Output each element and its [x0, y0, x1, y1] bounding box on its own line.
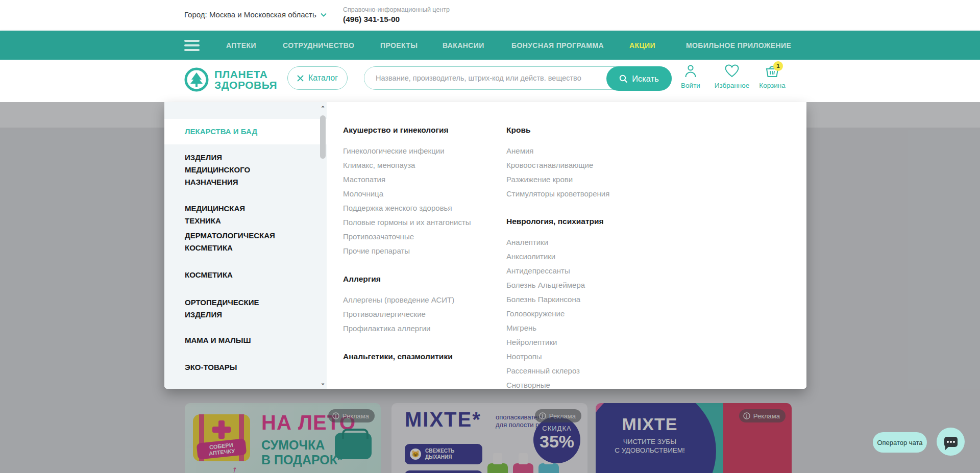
menu-item[interactable]: Поддержка женского здоровья: [343, 201, 496, 215]
menu-item[interactable]: Аналептики: [506, 235, 659, 250]
menu-section-krov: Кровь Анемия Кровоостанавливающие Разжиж…: [506, 126, 659, 201]
section-title[interactable]: Акушерство и гинекология: [343, 126, 496, 137]
menu-item[interactable]: Стимуляторы кроветворения: [506, 187, 659, 201]
favorites-action[interactable]: Избранное: [714, 64, 750, 89]
search-icon: [619, 74, 628, 83]
menu-item[interactable]: Ноотропы: [506, 350, 659, 364]
chat-bubble-icon: [944, 437, 958, 447]
page: Реклама СОБЕРИ АПТЕЧКУ ↑ НА ЛЕТО СУМОЧКА…: [0, 0, 980, 473]
city-label: Город: Москва и Московская область: [184, 10, 316, 19]
nav-item-sotrudnichestvo[interactable]: СОТРУДНИЧЕСТВО: [283, 41, 354, 49]
menu-item[interactable]: Разжижение крови: [506, 172, 659, 187]
site-header: ПЛАНЕТА ЗДОРОВЬЯ Каталог Искать Войти: [0, 60, 980, 102]
menu-item[interactable]: Половые гормоны и их антагонисты: [343, 215, 496, 230]
nav-item-proekty[interactable]: ПРОЕКТЫ: [380, 41, 418, 49]
cart-count-badge: 1: [773, 61, 783, 71]
chat-button[interactable]: [937, 428, 965, 456]
catalog-sidebar: ЛЕКАРСТВА И БАД ИЗДЕЛИЯ МЕДИЦИНСКОГО НАЗ…: [164, 102, 327, 389]
menu-item[interactable]: Болезнь Альцгеймера: [506, 278, 659, 292]
nav-item-bonus-programma[interactable]: БОНУСНАЯ ПРОГРАММА: [511, 41, 604, 49]
phone-number[interactable]: (496) 341-15-00: [343, 15, 400, 24]
cart-action[interactable]: 1 Корзина: [754, 64, 790, 89]
section-title[interactable]: Аллергия: [343, 275, 496, 286]
user-icon: [684, 64, 697, 78]
login-action[interactable]: Войти: [673, 64, 708, 89]
menu-item[interactable]: Гинекологические инфекции: [343, 144, 496, 158]
sidebar-item-mama-i-malysh[interactable]: МАМА И МАЛЫШ: [185, 334, 276, 346]
section-title[interactable]: Кровь: [506, 126, 659, 137]
sidebar-item-dermatologicheskaya-kosmetika[interactable]: ДЕРМАТОЛОГИЧЕСКАЯ КОСМЕТИКА: [185, 230, 276, 254]
menu-section-allergiya: Аллергия Аллергены (проведение АСИТ) Про…: [343, 275, 496, 336]
scroll-down-icon[interactable]: ⌄: [319, 379, 327, 387]
menu-item[interactable]: Антидепрессанты: [506, 264, 659, 278]
logo[interactable]: ПЛАНЕТА ЗДОРОВЬЯ: [184, 67, 277, 92]
section-title[interactable]: Неврология, психиатрия: [506, 217, 659, 228]
scroll-up-icon[interactable]: ⌃: [319, 104, 327, 112]
sidebar-item-ortopedicheskie-izdeliya[interactable]: ОРТОПЕДИЧЕСКИЕ ИЗДЕЛИЯ: [185, 296, 276, 321]
top-bar: Город: Москва и Московская область Справ…: [0, 0, 980, 31]
search-button[interactable]: Искать: [606, 66, 672, 91]
sidebar-scrollbar-thumb[interactable]: [320, 115, 326, 159]
sidebar-item-izdeliya-med-naznacheniya[interactable]: ИЗДЕЛИЯ МЕДИЦИНСКОГО НАЗНАЧЕНИЯ: [185, 152, 276, 188]
logo-tree-icon: [184, 67, 209, 92]
catalog-menu-panel: Акушерство и гинекология Гинекологически…: [327, 102, 806, 389]
catalog-dropdown-menu: ЛЕКАРСТВА И БАД ИЗДЕЛИЯ МЕДИЦИНСКОГО НАЗ…: [164, 102, 806, 389]
chevron-down-icon: [321, 13, 327, 17]
sidebar-item-kosmetika[interactable]: КОСМЕТИКА: [185, 269, 276, 281]
menu-item[interactable]: Снотворные: [506, 378, 659, 389]
menu-item[interactable]: Прочие препараты: [343, 244, 496, 258]
sidebar-item-medicinskaya-tehnika[interactable]: МЕДИЦИНСКАЯ ТЕХНИКА: [185, 203, 276, 227]
menu-item[interactable]: Профилактика аллергии: [343, 321, 496, 336]
menu-item[interactable]: Климакс, менопауза: [343, 158, 496, 172]
search-button-label: Искать: [632, 74, 659, 84]
sidebar-item-lekarstva-i-bad[interactable]: ЛЕКАРСТВА И БАД: [185, 126, 276, 138]
menu-item[interactable]: Мастопатия: [343, 172, 496, 187]
sidebar-scrollbar[interactable]: ⌃ ⌄: [319, 102, 327, 389]
menu-item[interactable]: Противозачаточные: [343, 230, 496, 244]
search-bar: Искать: [364, 66, 672, 90]
sidebar-item-eko-tovary[interactable]: ЭКО-ТОВАРЫ: [185, 361, 276, 374]
menu-item[interactable]: Анксиолитики: [506, 250, 659, 264]
main-nav: АПТЕКИ СОТРУДНИЧЕСТВО ПРОЕКТЫ ВАКАНСИИ Б…: [0, 31, 980, 60]
catalog-button-label: Каталог: [308, 73, 338, 83]
city-selector[interactable]: Город: Москва и Московская область: [184, 10, 327, 19]
login-label: Войти: [673, 82, 708, 89]
catalog-button[interactable]: Каталог: [287, 66, 348, 90]
menu-item[interactable]: Головокружение: [506, 307, 659, 321]
menu-item[interactable]: Рассеянный склероз: [506, 364, 659, 378]
favorites-label: Избранное: [714, 82, 750, 89]
nav-item-mobile-app[interactable]: МОБИЛЬНОЕ ПРИЛОЖЕНИЕ: [686, 41, 791, 49]
cart-label: Корзина: [754, 82, 790, 89]
nav-item-akcii[interactable]: АКЦИИ: [629, 41, 655, 49]
nav-item-apteki[interactable]: АПТЕКИ: [226, 41, 256, 49]
logo-text: ПЛАНЕТА ЗДОРОВЬЯ: [214, 69, 277, 90]
menu-section-nevrologiya: Неврология, психиатрия Аналептики Анксио…: [506, 217, 659, 389]
menu-item[interactable]: Аллергены (проведение АСИТ): [343, 293, 496, 307]
nav-item-vakansii[interactable]: ВАКАНСИИ: [443, 41, 484, 49]
menu-item[interactable]: Противоаллергические: [343, 307, 496, 321]
chat-operator-label[interactable]: Оператор чата: [873, 432, 927, 453]
menu-item[interactable]: Анемия: [506, 144, 659, 158]
menu-item[interactable]: Кровоостанавливающие: [506, 158, 659, 172]
close-icon: [297, 75, 304, 82]
info-center-label: Справочно-информационный центр: [343, 6, 450, 13]
hamburger-menu-icon[interactable]: [184, 40, 200, 51]
menu-section-akusherstvo: Акушерство и гинекология Гинекологически…: [343, 126, 496, 258]
menu-item[interactable]: Нейролептики: [506, 335, 659, 350]
menu-section-analgetiki: Анальгетики, спазмолитики: [343, 352, 496, 370]
menu-item[interactable]: Молочница: [343, 187, 496, 201]
section-title[interactable]: Анальгетики, спазмолитики: [343, 352, 496, 363]
heart-icon: [724, 64, 740, 78]
menu-item[interactable]: Мигрень: [506, 321, 659, 335]
menu-item[interactable]: Болезнь Паркинсона: [506, 292, 659, 307]
search-input[interactable]: [364, 67, 604, 89]
